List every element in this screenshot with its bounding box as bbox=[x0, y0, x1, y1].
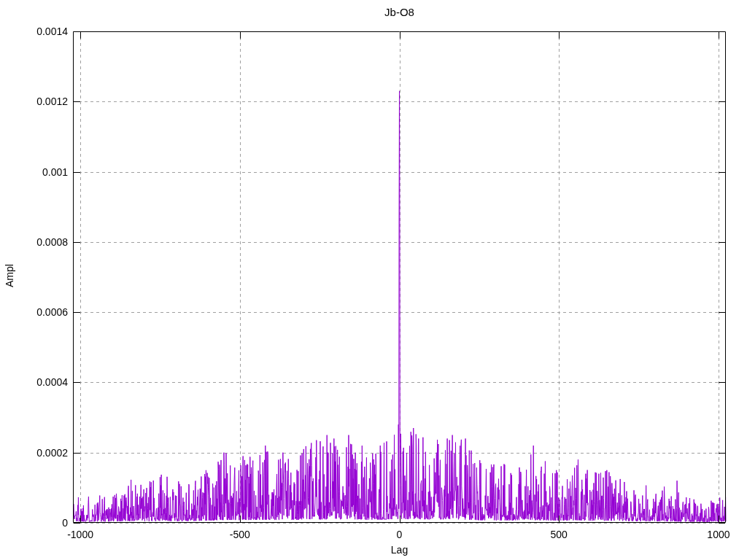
x-tick-label: -500 bbox=[209, 529, 271, 541]
correlation-plot-figure: Jb-O8 Ampl Lag 00.00020.00040.00060.0008… bbox=[0, 0, 747, 560]
x-axis-label: Lag bbox=[73, 544, 726, 556]
plot-title: Jb-O8 bbox=[73, 6, 726, 18]
y-tick-label: 0.0008 bbox=[0, 236, 68, 249]
x-tick-label: 500 bbox=[528, 529, 589, 541]
y-tick-label: 0.001 bbox=[0, 166, 68, 179]
y-tick-label: 0.0014 bbox=[0, 25, 68, 38]
x-tick-label: 1000 bbox=[688, 529, 747, 541]
y-tick-label: 0.0002 bbox=[0, 446, 68, 459]
y-tick-label: 0 bbox=[0, 516, 68, 529]
y-tick-label: 0.0006 bbox=[0, 306, 68, 319]
y-axis-label: Ampl bbox=[4, 264, 15, 287]
x-tick-label: -1000 bbox=[50, 529, 111, 541]
x-tick-label: 0 bbox=[369, 529, 430, 541]
y-tick-label: 0.0004 bbox=[0, 376, 68, 389]
plot-canvas bbox=[0, 0, 747, 560]
y-tick-label: 0.0012 bbox=[0, 95, 68, 108]
